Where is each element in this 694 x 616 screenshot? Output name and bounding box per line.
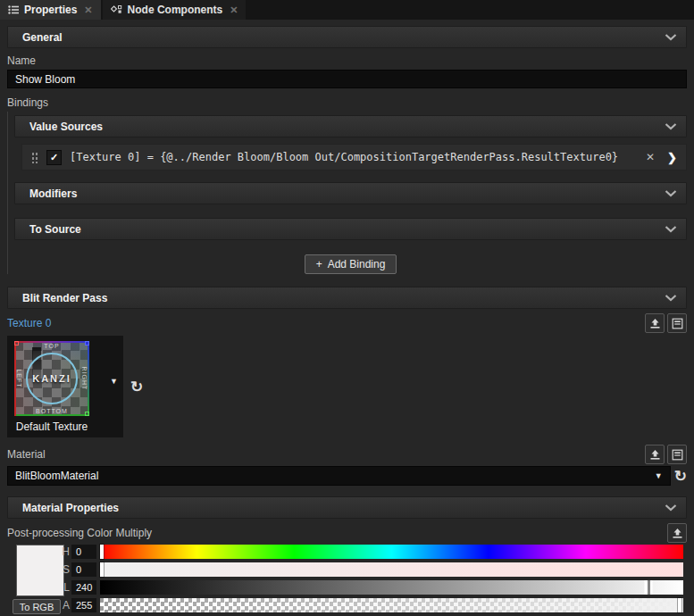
binding-row[interactable]: ✓ [Texture 0] = {@../Render Bloom/Bloom … <box>21 144 687 171</box>
tab-node-components-label: Node Components <box>128 4 223 16</box>
reset-texture-icon[interactable]: ↻ <box>130 379 143 395</box>
to-rgb-button[interactable]: To RGB <box>13 599 61 614</box>
add-binding-button[interactable]: + Add Binding <box>305 254 397 274</box>
saturation-value-input[interactable]: 0 <box>71 562 96 577</box>
section-header-material-properties[interactable]: Material Properties <box>7 496 687 519</box>
texture-label-row: Texture 0 <box>7 313 687 333</box>
chevron-down-icon <box>665 34 677 41</box>
tab-properties[interactable]: Properties ✕ <box>0 0 101 20</box>
chevron-down-icon <box>665 504 677 512</box>
material-dropdown[interactable]: BlitBloomMaterial ▼ <box>7 466 671 486</box>
chevron-down-icon <box>665 226 677 233</box>
form-icon <box>672 318 683 329</box>
hue-value-input[interactable]: 0 <box>71 545 96 559</box>
push-to-binding-button[interactable] <box>645 445 665 464</box>
texture-0-label: Texture 0 <box>7 317 51 329</box>
section-title: Value Sources <box>29 121 665 133</box>
section-title: Material Properties <box>22 502 665 514</box>
upload-icon <box>649 449 661 461</box>
chevron-down-icon <box>665 295 677 302</box>
binding-enabled-checkbox[interactable]: ✓ <box>46 150 62 165</box>
upload-icon <box>649 318 661 329</box>
color-property-row: Post-processing Color Multiply <box>7 523 687 543</box>
name-value: Show Bloom <box>15 73 75 86</box>
open-resource-editor-button[interactable] <box>667 445 687 464</box>
texture-top-text: TOP <box>14 343 89 349</box>
texture-dropdown[interactable]: TOP BOTTOM LEFT RIGHT KANZI Default Text… <box>7 336 123 437</box>
tab-node-components[interactable]: Node Components ✕ <box>103 0 247 20</box>
name-label: Name <box>7 54 687 67</box>
hue-label: H <box>59 545 70 559</box>
alpha-slider[interactable] <box>100 598 683 612</box>
section-title: General <box>22 31 665 44</box>
open-resource-editor-button[interactable] <box>667 313 687 333</box>
hue-slider-handle <box>100 545 104 559</box>
push-to-binding-button[interactable] <box>667 523 687 543</box>
add-binding-row: + Add Binding <box>14 254 687 274</box>
hue-slider[interactable] <box>100 545 683 559</box>
remove-binding-icon[interactable]: ✕ <box>643 151 657 163</box>
reset-material-icon[interactable]: ↻ <box>674 469 687 484</box>
plus-icon: + <box>316 258 322 271</box>
texture-brand-text: KANZI <box>14 373 89 384</box>
material-label-row: Material <box>7 445 687 464</box>
saturation-slider-handle <box>100 562 104 577</box>
add-binding-label: Add Binding <box>328 258 386 271</box>
tab-bar: Properties ✕ Node Components ✕ <box>0 0 694 20</box>
post-processing-color-multiply-label: Post-processing Color Multiply <box>7 527 152 539</box>
dropdown-arrow-icon[interactable]: ▼ <box>110 377 118 386</box>
saturation-slider[interactable] <box>100 562 683 577</box>
texture-thumbnail[interactable]: TOP BOTTOM LEFT RIGHT KANZI <box>14 341 89 416</box>
color-swatch[interactable] <box>16 545 64 596</box>
open-binding-icon[interactable]: ❯ <box>665 151 679 164</box>
tab-properties-label: Properties <box>24 4 77 16</box>
material-label: Material <box>7 448 46 461</box>
texture-bottom-text: BOTTOM <box>14 408 89 414</box>
section-title: To Source <box>29 223 665 236</box>
upload-icon <box>672 528 683 539</box>
properties-panel: General Name Show Bloom Bindings Value S… <box>0 20 694 616</box>
alpha-slider-handle <box>678 598 681 612</box>
section-header-to-source[interactable]: To Source <box>14 218 687 240</box>
lightness-slider[interactable] <box>100 580 683 595</box>
bindings-group: Value Sources ✓ [Texture 0] = {@../Rende… <box>7 112 687 274</box>
lightness-slider-handle <box>644 580 652 595</box>
dropdown-arrow-icon: ▼ <box>655 471 663 480</box>
color-picker: H 0 S 0 L 240 A 255 To RGB # F0F0F0FF <box>7 545 687 616</box>
node-components-icon <box>111 4 122 15</box>
tab-properties-close-icon[interactable]: ✕ <box>84 4 92 16</box>
lightness-value-input[interactable]: 240 <box>71 580 96 595</box>
bindings-label: Bindings <box>7 96 687 109</box>
chevron-down-icon <box>665 123 677 130</box>
form-icon <box>672 449 683 461</box>
tab-node-components-close-icon[interactable]: ✕ <box>230 4 238 16</box>
material-value: BlitBloomMaterial <box>15 470 98 482</box>
chevron-down-icon <box>665 190 677 197</box>
binding-expression[interactable]: [Texture 0] = {@../Render Bloom/Bloom Ou… <box>70 151 635 163</box>
section-header-value-sources[interactable]: Value Sources <box>14 115 687 137</box>
lightness-label: L <box>59 580 70 595</box>
properties-list-icon <box>8 4 19 15</box>
section-title: Modifiers <box>29 187 665 200</box>
name-input[interactable]: Show Bloom <box>7 70 687 88</box>
saturation-label: S <box>59 562 70 577</box>
texture-selector: TOP BOTTOM LEFT RIGHT KANZI Default Text… <box>7 336 687 437</box>
section-title: Blit Render Pass <box>22 292 665 304</box>
texture-name: Default Texture <box>14 420 89 433</box>
alpha-value-input[interactable]: 255 <box>71 598 96 612</box>
drag-handle-icon[interactable] <box>31 151 38 163</box>
material-row: BlitBloomMaterial ▼ ↻ <box>7 466 687 486</box>
section-header-general[interactable]: General <box>7 26 687 48</box>
section-header-blit-render-pass[interactable]: Blit Render Pass <box>7 287 687 309</box>
push-to-binding-button[interactable] <box>645 313 665 333</box>
section-header-modifiers[interactable]: Modifiers <box>14 182 687 204</box>
